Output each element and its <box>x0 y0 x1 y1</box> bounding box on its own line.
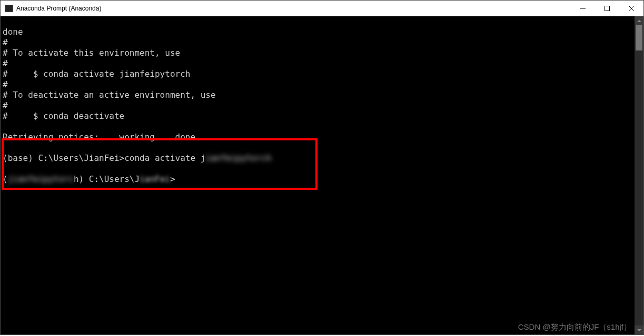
scroll-up-button[interactable] <box>635 16 643 25</box>
maximize-icon <box>605 6 610 11</box>
terminal-output[interactable]: done # # To activate this environment, u… <box>1 16 635 334</box>
scroll-down-button[interactable] <box>635 325 643 334</box>
prompt-1-arg-redacted: ianfeipytorch <box>205 153 271 164</box>
close-button[interactable] <box>619 1 643 16</box>
out-line: # <box>3 79 8 89</box>
out-line: done <box>3 27 23 37</box>
prompt-2-mid: h) C:\Users\J <box>74 174 140 184</box>
prompt-1-prefix: (base) C:\Users\JianFei>conda activate j <box>3 153 205 163</box>
svg-rect-0 <box>605 6 610 11</box>
out-line: # <box>3 100 8 110</box>
prompt-2-open: ( <box>3 174 8 184</box>
watermark: CSDN @努力向前的JF（s1hjf） <box>518 322 631 332</box>
prompt-2-env-redacted: jianfeipytorc <box>8 174 74 185</box>
close-icon <box>629 6 634 11</box>
prompt-line-1: (base) C:\Users\JianFei>conda activate j… <box>3 153 272 163</box>
out-line: # To activate this environment, use <box>3 48 180 58</box>
prompt-2-end: > <box>170 174 175 184</box>
out-line: Retrieving notices: ...working... done <box>3 132 195 142</box>
vertical-scrollbar[interactable] <box>635 16 643 334</box>
app-icon <box>5 5 13 12</box>
prompt-line-2: (jianfeipytorch) C:\Users\JianFei> <box>3 174 175 184</box>
minimize-icon <box>580 6 586 11</box>
minimize-button[interactable] <box>571 1 595 16</box>
out-line: # <box>3 58 8 68</box>
window-title: Anaconda Prompt (Anaconda) <box>16 5 101 12</box>
out-line: # <box>3 37 8 47</box>
out-line: # To deactivate an active environment, u… <box>3 90 216 100</box>
client-area: done # # To activate this environment, u… <box>1 16 643 334</box>
window-frame: Anaconda Prompt (Anaconda) done # # To a… <box>0 0 644 335</box>
scroll-thumb[interactable] <box>636 25 642 50</box>
out-line: # $ conda deactivate <box>3 111 124 121</box>
out-line: # $ conda activate jianfeipytorch <box>3 69 190 79</box>
chevron-up-icon <box>637 19 641 23</box>
titlebar[interactable]: Anaconda Prompt (Anaconda) <box>1 1 643 16</box>
prompt-2-user-redacted: ianFei <box>140 174 170 185</box>
chevron-down-icon <box>637 328 641 332</box>
maximize-button[interactable] <box>595 1 619 16</box>
scroll-track[interactable] <box>635 25 643 325</box>
